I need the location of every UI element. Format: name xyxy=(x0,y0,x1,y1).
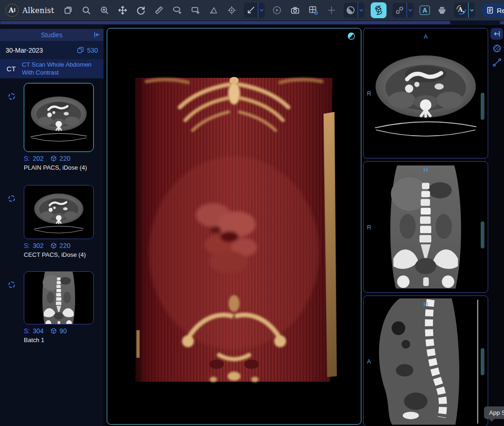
series-item: S: 304 90 Batch 1 xyxy=(24,271,94,344)
series-meta: S: 202 220 xyxy=(24,155,94,162)
ai-text-icon[interactable]: AI xyxy=(454,3,468,18)
workspace: Studies 30-Mar-2023 530 CT CT Scan Whole… xyxy=(0,25,504,426)
loading-progress-bar xyxy=(0,21,450,24)
orientation-label-head: H xyxy=(423,301,428,308)
series-instance-count: 90 xyxy=(60,327,67,335)
crosshair-mpr-icon[interactable] xyxy=(492,44,502,55)
link-group xyxy=(393,3,414,18)
probe-icon[interactable] xyxy=(226,3,238,17)
right-tool-rail xyxy=(489,25,504,426)
studies-panel-header: Studies xyxy=(0,29,104,41)
report-icon xyxy=(486,6,494,14)
series-stack-icon[interactable] xyxy=(62,3,74,17)
link-dropdown-chevron-icon[interactable] xyxy=(407,3,414,18)
app-logo: AI Alkenist xyxy=(6,4,54,17)
panel-collapse-icon[interactable] xyxy=(490,28,503,40)
ai-dropdown-chevron-icon[interactable] xyxy=(468,3,475,18)
series-number: 202 xyxy=(33,155,43,162)
camera-icon[interactable] xyxy=(289,3,301,17)
study-date-row[interactable]: 30-Mar-2023 530 xyxy=(0,41,104,59)
mpr-view-sagittal[interactable]: H A xyxy=(363,295,488,426)
main-3d-viewport[interactable] xyxy=(107,28,361,425)
logo-monogram-icon: AI xyxy=(6,4,19,17)
window-level-group xyxy=(344,3,365,18)
slice-scrollbar[interactable] xyxy=(481,93,484,120)
study-date: 30-Mar-2023 xyxy=(6,47,43,54)
copy-stack-icon xyxy=(77,47,84,54)
coronal-slice-image xyxy=(364,162,488,292)
length-dropdown-chevron-icon[interactable] xyxy=(258,3,265,18)
studies-title: Studies xyxy=(41,31,63,39)
study-description: CT Scan Whole Abdomen With Contrast xyxy=(22,61,96,77)
length-tool-group xyxy=(244,3,265,18)
ruler-icon[interactable] xyxy=(153,3,165,17)
series-item: S: 202 220 PLAIN PACS, iDose (4) xyxy=(24,83,94,171)
zoom-in-icon[interactable] xyxy=(98,3,110,17)
cube-instances-icon xyxy=(50,242,57,249)
series-item: S: 302 220 CECT PACS, iDose (4) xyxy=(24,185,94,258)
series-name: CECT PACS, iDose (4) xyxy=(24,251,94,258)
pan-icon[interactable] xyxy=(117,3,129,17)
app-name: Alkenist xyxy=(22,6,54,15)
series-select-indicator-icon[interactable] xyxy=(8,93,15,100)
series-number: 304 xyxy=(33,327,43,335)
series-thumbnail-coronal[interactable] xyxy=(24,271,94,324)
orientation-label-right: R xyxy=(367,224,371,231)
series-thumbnail-axial[interactable] xyxy=(24,185,94,239)
slice-scrollbar[interactable] xyxy=(481,348,484,375)
axial-slice-image xyxy=(364,28,488,158)
rotate-icon[interactable] xyxy=(135,3,147,17)
orientation-label-anterior: A xyxy=(424,33,428,40)
mpr-view-coronal[interactable]: H R xyxy=(363,161,488,293)
length-icon[interactable] xyxy=(244,3,258,18)
orientation-label-anterior: A xyxy=(367,357,371,364)
measure-link-icon[interactable] xyxy=(492,58,502,69)
series-select-indicator-icon[interactable] xyxy=(8,195,15,202)
series-thumbnail-axial[interactable] xyxy=(24,83,94,152)
modality-label: CT xyxy=(7,65,16,73)
layout-settings-icon[interactable] xyxy=(307,3,319,17)
search-icon[interactable] xyxy=(80,3,92,17)
volume-rendering-image xyxy=(119,76,349,384)
mpr-view-axial[interactable]: A R xyxy=(363,28,488,158)
slice-scrollbar[interactable] xyxy=(481,221,484,248)
app-tooltip: App S xyxy=(484,406,504,419)
sidebar-collapse-icon[interactable] xyxy=(93,31,100,40)
series-instance-count: 220 xyxy=(60,155,70,162)
series-meta: S: 304 90 xyxy=(24,327,94,335)
study-image-count: 530 xyxy=(77,47,98,54)
window-level-icon[interactable] xyxy=(344,3,358,18)
annotations-toggle-icon[interactable]: A xyxy=(420,3,430,17)
study-description-row[interactable]: CT CT Scan Whole Abdomen With Contrast xyxy=(0,59,104,78)
series-select-indicator-icon[interactable] xyxy=(8,282,15,288)
ellipse-roi-icon[interactable] xyxy=(171,3,183,17)
loading-progress-track xyxy=(0,21,504,25)
reference-lines-icon[interactable] xyxy=(325,3,338,17)
toolbar: AI Alkenist xyxy=(0,0,504,21)
3d-rotate-icon[interactable] xyxy=(371,2,387,18)
link-icon[interactable] xyxy=(393,3,407,18)
series-number: 302 xyxy=(33,242,43,249)
orientation-label-right: R xyxy=(367,90,371,97)
series-meta: S: 302 220 xyxy=(24,242,94,249)
angle-icon[interactable] xyxy=(207,3,220,17)
viewport-window-preset-icon[interactable] xyxy=(347,32,355,41)
series-instance-count: 220 xyxy=(60,242,70,249)
report-button[interactable]: Report xyxy=(481,3,504,18)
orientation-label-head: H xyxy=(423,166,428,173)
studies-sidebar: Studies 30-Mar-2023 530 CT CT Scan Whole… xyxy=(0,25,104,426)
ai-text-group: AI xyxy=(454,3,475,18)
cube-instances-icon xyxy=(50,155,57,162)
series-name: Batch 1 xyxy=(24,337,94,344)
window-level-dropdown-chevron-icon[interactable] xyxy=(358,3,365,18)
sagittal-slice-image xyxy=(364,296,488,426)
series-name: PLAIN PACS, iDose (4) xyxy=(24,164,94,171)
cine-play-icon[interactable] xyxy=(271,3,283,17)
cube-instances-icon xyxy=(50,328,57,334)
loading-progress-stub xyxy=(500,21,504,24)
rectangle-roi-icon[interactable] xyxy=(189,3,201,17)
print-icon[interactable] xyxy=(436,3,448,17)
